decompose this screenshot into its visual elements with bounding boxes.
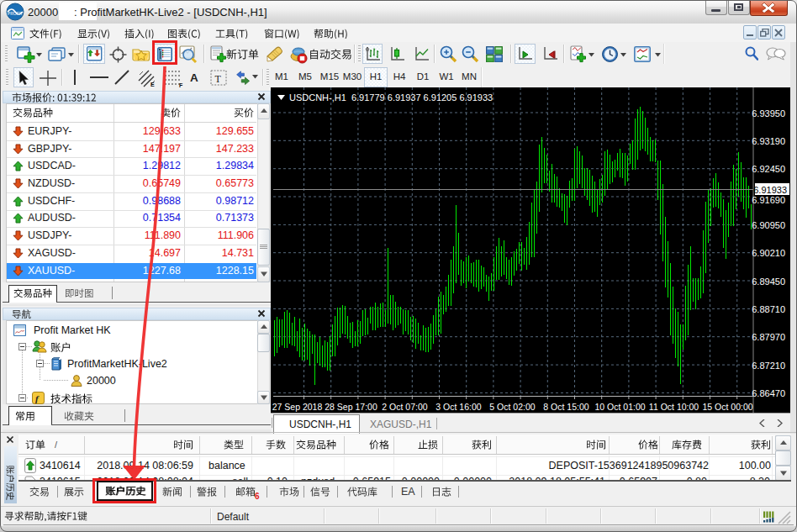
svg-text:PROFIT: PROFIT <box>8 11 23 16</box>
svg-text:T: T <box>215 73 222 85</box>
svg-text:F: F <box>179 82 183 87</box>
